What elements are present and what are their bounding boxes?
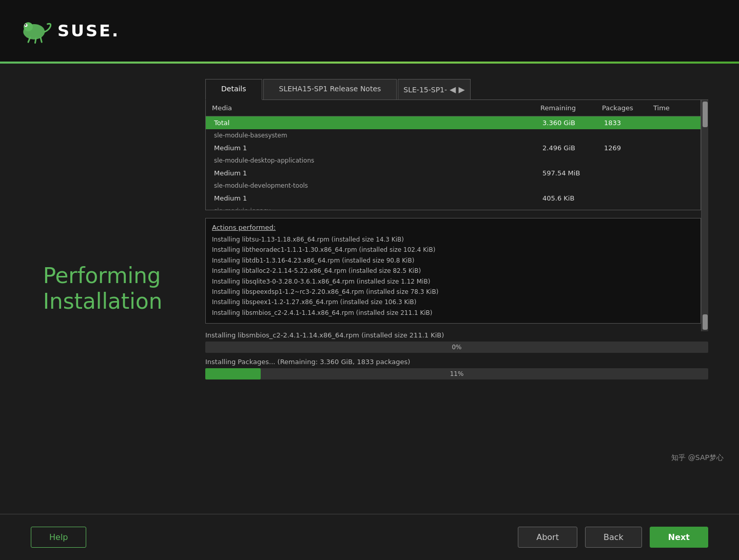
table-row-basesystem-module: sle-module-basesystem bbox=[206, 129, 701, 142]
basesystem-packages: 1269 bbox=[602, 144, 653, 152]
tab-details[interactable]: Details bbox=[205, 79, 262, 100]
action-line-1: Installing libtsu-1.13-1.18.x86_64.rpm (… bbox=[212, 234, 694, 245]
basesystem-media: Medium 1 bbox=[212, 144, 540, 152]
footer-left: Help bbox=[31, 527, 86, 548]
tab-bar: Details SLEHA15-SP1 Release Notes SLE-15… bbox=[205, 79, 708, 100]
back-button[interactable]: Back bbox=[585, 527, 642, 548]
svg-point-3 bbox=[25, 24, 26, 26]
current-file-label: Installing libsmbios_c2-2.4.1-1.14.x86_6… bbox=[205, 331, 708, 339]
overall-label: Installing Packages... (Remaining: 3.360… bbox=[205, 358, 708, 366]
table-row-desktop-module: sle-module-desktop-applications bbox=[206, 154, 701, 167]
action-line-8: Installing libsmbios_c2-2.4.1-1.14.x86_6… bbox=[212, 308, 694, 318]
devtools-media: Medium 1 bbox=[212, 194, 540, 203]
devtools-remaining: 405.6 KiB bbox=[540, 194, 602, 203]
page-title: Performing Installation bbox=[43, 263, 163, 315]
suse-logo: SUSE. bbox=[21, 18, 120, 44]
col-header-remaining: Remaining bbox=[540, 104, 602, 112]
total-remaining: 3.360 GiB bbox=[540, 118, 602, 127]
actions-scrollbar[interactable] bbox=[701, 218, 708, 331]
svg-line-5 bbox=[35, 38, 36, 43]
basesystem-remaining: 2.496 GiB bbox=[540, 144, 602, 152]
tab-prev-icon[interactable]: ◀ bbox=[450, 85, 456, 94]
header: SUSE. bbox=[0, 0, 739, 62]
action-line-5: Installing libsqlite3-0-3.28.0-3.6.1.x86… bbox=[212, 276, 694, 287]
help-button[interactable]: Help bbox=[31, 527, 86, 548]
table-scroll-thumb bbox=[703, 102, 708, 127]
action-line-6: Installing libspeexdsp1-1.2~rc3-2.20.x86… bbox=[212, 287, 694, 297]
svg-point-1 bbox=[24, 22, 33, 31]
overall-progress-fill bbox=[205, 368, 261, 379]
table-row-total: Total 3.360 GiB 1833 bbox=[206, 116, 701, 129]
tab-sle-sp1[interactable]: SLE-15-SP1- ◀ ▶ bbox=[398, 79, 470, 99]
current-file-section: Installing libsmbios_c2-2.4.1-1.14.x86_6… bbox=[205, 331, 708, 353]
total-time bbox=[653, 118, 694, 127]
footer: Help Abort Back Next bbox=[0, 514, 739, 560]
footer-right: Abort Back Next bbox=[518, 527, 708, 548]
actions-title: Actions performed: bbox=[212, 224, 694, 231]
legacy-module-name: sle-module-legacy... bbox=[212, 207, 540, 210]
current-file-progress-text: 0% bbox=[452, 344, 461, 351]
right-panel: Details SLEHA15-SP1 Release Notes SLE-15… bbox=[205, 79, 708, 498]
col-header-media: Media bbox=[212, 104, 540, 112]
desktop-module-name: sle-module-desktop-applications bbox=[212, 156, 540, 165]
total-packages: 1833 bbox=[602, 118, 653, 127]
next-button[interactable]: Next bbox=[650, 527, 708, 548]
action-line-4: Installing libtalloc2-2.1.14-5.22.x86_64… bbox=[212, 266, 694, 276]
basesystem-module-name: sle-module-basesystem bbox=[212, 131, 540, 139]
details-table-container: Media Remaining Packages Time Total 3.36… bbox=[205, 100, 708, 218]
actions-section: Actions performed: Installing libtsu-1.1… bbox=[205, 218, 708, 331]
abort-button[interactable]: Abort bbox=[518, 527, 577, 548]
table-row-desktop: Medium 1 597.54 MiB bbox=[206, 167, 701, 179]
table-row-legacy-module: sle-module-legacy... bbox=[206, 205, 701, 210]
chameleon-icon bbox=[21, 18, 51, 44]
action-line-3: Installing libtdb1-1.3.16-4.23.x86_64.rp… bbox=[212, 255, 694, 266]
tab-next-icon[interactable]: ▶ bbox=[458, 85, 464, 94]
overall-section: Installing Packages... (Remaining: 3.360… bbox=[205, 358, 708, 379]
table-row-devtools-module: sle-module-development-tools bbox=[206, 179, 701, 192]
main-content: Performing Installation Details SLEHA15-… bbox=[0, 64, 739, 514]
tab-release-notes[interactable]: SLEHA15-SP1 Release Notes bbox=[263, 79, 397, 99]
suse-brand-text: SUSE. bbox=[57, 21, 120, 41]
left-panel: Performing Installation bbox=[31, 79, 174, 498]
overall-progress-bar: 11% bbox=[205, 368, 708, 379]
current-file-progress-bar: 0% bbox=[205, 342, 708, 353]
col-header-time: Time bbox=[653, 104, 694, 112]
col-header-packages: Packages bbox=[602, 104, 653, 112]
desktop-remaining: 597.54 MiB bbox=[540, 169, 602, 177]
desktop-media: Medium 1 bbox=[212, 169, 540, 177]
action-line-7: Installing libspeex1-1.2-1.27.x86_64.rpm… bbox=[212, 297, 694, 307]
table-row-basesystem: Medium 1 2.496 GiB 1269 bbox=[206, 142, 701, 154]
table-row-devtools: Medium 1 405.6 KiB bbox=[206, 192, 701, 205]
actions-box: Actions performed: Installing libtsu-1.1… bbox=[205, 218, 701, 324]
table-scrollbar[interactable] bbox=[701, 100, 708, 218]
details-table: Media Remaining Packages Time Total 3.36… bbox=[205, 100, 701, 210]
svg-line-6 bbox=[41, 37, 42, 42]
overall-progress-text: 11% bbox=[450, 370, 464, 377]
watermark: 知乎 @SAP梦心 bbox=[671, 453, 724, 463]
action-line-2: Installing libtheoradec1-1.1.1-1.30.x86_… bbox=[212, 245, 694, 255]
table-header-row: Media Remaining Packages Time bbox=[206, 100, 701, 116]
total-media: Total bbox=[212, 118, 540, 127]
actions-scroll-thumb bbox=[703, 314, 708, 330]
devtools-module-name: sle-module-development-tools bbox=[212, 182, 540, 190]
